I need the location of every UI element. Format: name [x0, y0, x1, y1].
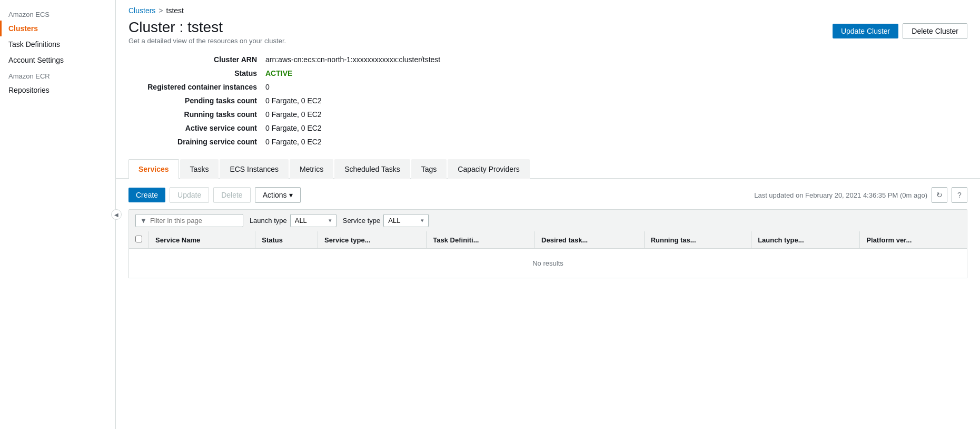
sidebar-section-ecr: Amazon ECR Repositories — [0, 68, 115, 98]
no-results-cell: No results — [129, 249, 967, 278]
sidebar-section-ecs: Amazon ECS Clusters Task Definitions Acc… — [0, 6, 115, 68]
actions-button[interactable]: Actions ▾ — [255, 187, 301, 203]
tabs-container: Services Tasks ECS Instances Metrics Sch… — [116, 159, 980, 179]
main-content: Clusters > tstest Cluster : tstest Get a… — [116, 0, 980, 429]
breadcrumb-current: tstest — [166, 6, 184, 15]
arn-value: arn:aws-cn:ecs:cn-north-1:xxxxxxxxxxxx:c… — [265, 55, 472, 64]
services-toolbar: Create Update Delete Actions ▾ Last upda… — [128, 187, 967, 203]
tab-tags[interactable]: Tags — [411, 159, 447, 179]
active-services-label: Active service count — [128, 124, 265, 132]
tab-content-services: Create Update Delete Actions ▾ Last upda… — [116, 179, 980, 287]
sidebar: ◀ Amazon ECS Clusters Task Definitions A… — [0, 0, 116, 429]
service-type-select[interactable]: ALL REPLICA DAEMON — [388, 217, 419, 225]
status-label: Status — [128, 69, 265, 77]
page-header: Cluster : tstest Get a detailed view of … — [116, 15, 980, 45]
col-service-type-header: Service type... — [318, 231, 427, 249]
arn-label: Cluster ARN — [128, 55, 265, 64]
launch-type-label: Launch type — [250, 217, 287, 225]
page-subtitle: Get a detailed view of the resources on … — [128, 37, 286, 45]
col-service-name-header: Service Name — [149, 231, 255, 249]
help-icon: ? — [957, 191, 962, 199]
delete-button: Delete — [213, 187, 250, 203]
col-launch-type-header: Launch type... — [751, 231, 860, 249]
breadcrumb-separator: > — [159, 6, 163, 15]
update-cluster-button[interactable]: Update Cluster — [833, 24, 898, 38]
col-desired-tasks-header: Desired task... — [535, 231, 645, 249]
service-type-label: Service type — [343, 217, 381, 225]
col-running-tasks-header: Running tas... — [644, 231, 751, 249]
page-title: Cluster : tstest — [128, 19, 286, 36]
select-all-checkbox[interactable] — [135, 236, 142, 242]
filter-input[interactable] — [150, 217, 239, 225]
sidebar-item-clusters[interactable]: Clusters — [0, 21, 115, 36]
reg-instances-value: 0 — [265, 83, 472, 91]
table-header-row: Service Name Status Service type... Task… — [129, 231, 967, 249]
launch-type-select[interactable]: ALL FARGATE EC2 — [295, 217, 326, 225]
draining-services-label: Draining service count — [128, 138, 265, 146]
tab-ecs-instances[interactable]: ECS Instances — [220, 159, 289, 179]
cluster-info: Cluster ARN arn:aws-cn:ecs:cn-north-1:xx… — [116, 45, 484, 154]
sidebar-section-label-ecs: Amazon ECS — [0, 6, 115, 21]
status-value: ACTIVE — [265, 69, 472, 77]
actions-chevron-icon: ▾ — [289, 191, 293, 199]
running-tasks-value: 0 Fargate, 0 EC2 — [265, 110, 472, 119]
reg-instances-label: Registered container instances — [128, 83, 265, 91]
sidebar-section-label-ecr: Amazon ECR — [0, 68, 115, 82]
tab-scheduled-tasks[interactable]: Scheduled Tasks — [334, 159, 410, 179]
running-tasks-label: Running tasks count — [128, 110, 265, 119]
pending-tasks-label: Pending tasks count — [128, 96, 265, 105]
sidebar-item-repositories[interactable]: Repositories — [0, 82, 115, 98]
col-status-header: Status — [255, 231, 318, 249]
refresh-button[interactable]: ↻ — [932, 187, 947, 203]
col-task-definition-header: Task Definiti... — [427, 231, 535, 249]
create-button[interactable]: Create — [128, 188, 165, 202]
filter-icon: ▼ — [140, 217, 147, 225]
table-no-results-row: No results — [129, 249, 967, 278]
col-platform-ver-header: Platform ver... — [860, 231, 967, 249]
pending-tasks-value: 0 Fargate, 0 EC2 — [265, 96, 472, 105]
sidebar-item-account-settings[interactable]: Account Settings — [0, 52, 115, 68]
service-type-select-wrap[interactable]: ALL REPLICA DAEMON ▾ — [383, 214, 429, 227]
launch-type-select-wrap[interactable]: ALL FARGATE EC2 ▾ — [290, 214, 336, 227]
page-title-group: Cluster : tstest Get a detailed view of … — [128, 19, 286, 45]
breadcrumb: Clusters > tstest — [116, 0, 980, 15]
breadcrumb-parent[interactable]: Clusters — [128, 6, 155, 15]
tab-tasks[interactable]: Tasks — [180, 159, 219, 179]
service-type-group: Service type ALL REPLICA DAEMON ▾ — [343, 214, 429, 227]
service-type-chevron-icon: ▾ — [421, 217, 424, 224]
update-button: Update — [170, 187, 209, 203]
sidebar-collapse-btn[interactable]: ◀ — [111, 209, 122, 220]
col-checkbox-header — [129, 231, 149, 249]
filter-input-wrap: ▼ — [135, 214, 243, 227]
header-actions: Update Cluster Delete Cluster — [833, 19, 967, 39]
active-services-value: 0 Fargate, 0 EC2 — [265, 124, 472, 132]
delete-cluster-button[interactable]: Delete Cluster — [903, 23, 967, 39]
tab-capacity-providers[interactable]: Capacity Providers — [448, 159, 530, 179]
last-updated-text: Last updated on February 20, 2021 4:36:3… — [754, 191, 927, 199]
launch-type-chevron-icon: ▾ — [329, 217, 332, 224]
launch-type-group: Launch type ALL FARGATE EC2 ▾ — [250, 214, 336, 227]
tab-metrics[interactable]: Metrics — [290, 159, 333, 179]
refresh-icon: ↻ — [936, 191, 943, 199]
sidebar-item-task-definitions[interactable]: Task Definitions — [0, 36, 115, 52]
services-table: Service Name Status Service type... Task… — [128, 231, 967, 278]
draining-services-value: 0 Fargate, 0 EC2 — [265, 138, 472, 146]
tab-services[interactable]: Services — [128, 159, 179, 179]
help-button[interactable]: ? — [952, 187, 967, 203]
filter-bar: ▼ Launch type ALL FARGATE EC2 ▾ Service … — [128, 209, 967, 231]
